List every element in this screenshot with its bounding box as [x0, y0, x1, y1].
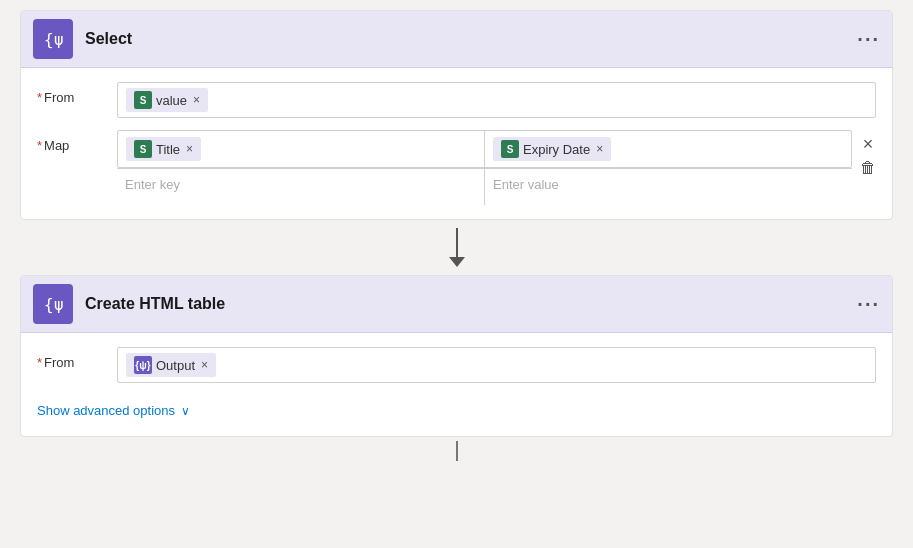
select-card-header: {ψ} Select ···	[21, 11, 892, 68]
show-advanced-options-label: Show advanced options	[37, 403, 175, 418]
html-table-from-tag: {ψ} Output ×	[126, 353, 216, 377]
select-map-delete-x-button[interactable]: ×	[863, 134, 874, 155]
html-table-card: {ψ} Create HTML table ··· *From {ψ} Outp…	[20, 275, 893, 437]
select-map-delete-bin-button[interactable]: 🗑	[860, 159, 876, 177]
select-from-tag-icon: S	[134, 91, 152, 109]
select-map-value-tag: S Expiry Date ×	[493, 137, 611, 161]
html-table-from-input[interactable]: {ψ} Output ×	[117, 347, 876, 383]
html-table-card-header: {ψ} Create HTML table ···	[21, 276, 892, 333]
select-card-menu-button[interactable]: ···	[857, 28, 880, 51]
select-map-key-tag-text: Title	[156, 142, 180, 157]
svg-text:{ψ}: {ψ}	[44, 30, 64, 49]
bottom-connector	[456, 437, 458, 461]
flow-connector	[449, 220, 465, 275]
connector-line	[456, 228, 458, 258]
curly-braces-icon-2: {ψ}	[42, 293, 64, 315]
select-from-label: *From	[37, 82, 117, 105]
select-map-actions: × 🗑	[860, 130, 876, 177]
curly-braces-icon: {ψ}	[42, 28, 64, 50]
select-map-value-tag-close[interactable]: ×	[596, 142, 603, 156]
select-from-required: *	[37, 90, 42, 105]
select-from-tag-text: value	[156, 93, 187, 108]
show-advanced-options-button[interactable]: Show advanced options ∨	[37, 395, 876, 422]
html-table-from-tag-text: Output	[156, 358, 195, 373]
select-map-key-tag-close[interactable]: ×	[186, 142, 193, 156]
select-map-value-input[interactable]: S Expiry Date ×	[485, 131, 851, 167]
select-card-title: Select	[85, 30, 857, 48]
select-map-key-placeholder: Enter key	[125, 177, 180, 192]
select-card-icon: {ψ}	[33, 19, 73, 59]
select-card: {ψ} Select ··· *From S value ×	[20, 10, 893, 220]
html-table-from-tag-icon: {ψ}	[134, 356, 152, 374]
connector-arrow	[449, 257, 465, 267]
select-map-field-wrapper: S Title × S Expiry Date ×	[117, 130, 852, 205]
html-table-card-icon: {ψ}	[33, 284, 73, 324]
svg-text:{ψ}: {ψ}	[44, 295, 64, 314]
select-card-body: *From S value × *Map	[21, 68, 892, 219]
select-map-required: *	[37, 138, 42, 153]
select-from-tag-close[interactable]: ×	[193, 93, 200, 107]
html-table-card-title: Create HTML table	[85, 295, 857, 313]
select-map-key-tag-icon: S	[134, 140, 152, 158]
select-from-input[interactable]: S value ×	[117, 82, 876, 118]
html-table-card-body: *From {ψ} Output × Show advanced options…	[21, 333, 892, 436]
select-map-second-value-input[interactable]: Enter value	[485, 169, 852, 205]
html-table-from-label: *From	[37, 347, 117, 370]
select-map-label: *Map	[37, 130, 117, 153]
html-table-card-menu-button[interactable]: ···	[857, 293, 880, 316]
select-map-second-row: Enter key Enter value	[117, 168, 852, 205]
html-table-from-row: *From {ψ} Output ×	[37, 347, 876, 383]
select-map-value-placeholder: Enter value	[493, 177, 559, 192]
html-table-from-required: *	[37, 355, 42, 370]
chevron-down-icon: ∨	[181, 404, 190, 418]
select-map-key-input[interactable]: S Title ×	[118, 131, 485, 167]
select-map-value-tag-text: Expiry Date	[523, 142, 590, 157]
select-map-value-tag-icon: S	[501, 140, 519, 158]
select-from-tag: S value ×	[126, 88, 208, 112]
bottom-connector-line	[456, 441, 458, 461]
select-map-second-key-input[interactable]: Enter key	[117, 169, 485, 205]
flow-container: {ψ} Select ··· *From S value ×	[20, 10, 893, 461]
select-map-key-tag: S Title ×	[126, 137, 201, 161]
html-table-from-tag-close[interactable]: ×	[201, 358, 208, 372]
select-map-first-row: S Title × S Expiry Date ×	[117, 130, 852, 168]
select-from-row: *From S value ×	[37, 82, 876, 118]
select-map-row: *Map S Title × S	[37, 130, 876, 205]
